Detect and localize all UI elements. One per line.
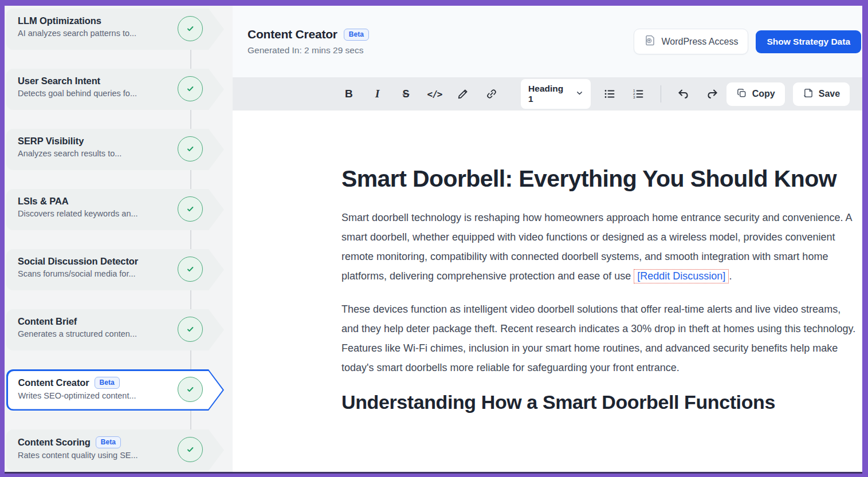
step-title: Content Scoring — [18, 437, 91, 448]
sidebar-item-content-brief[interactable]: Content Brief Generates a structured con… — [6, 309, 224, 350]
save-button[interactable]: Save — [793, 82, 850, 106]
sidebar-item-serp-visibility[interactable]: SERP Visibility Analyzes search results … — [6, 129, 224, 170]
sidebar-item-content-scoring[interactable]: Content Scoring Beta Rates content quali… — [6, 429, 224, 471]
svg-text:3: 3 — [633, 95, 635, 99]
check-icon — [178, 196, 203, 222]
article-title: Smart Doorbell: Everything You Should Kn… — [341, 163, 858, 194]
sidebar-item-content-creator[interactable]: Content Creator Beta Writes SEO-optimize… — [6, 369, 224, 411]
ordered-list-button[interactable]: 123 — [624, 83, 653, 105]
heading-style-value: Heading 1 — [528, 84, 571, 104]
step-title: Social Discussion Detector — [18, 256, 138, 267]
check-icon — [178, 317, 203, 342]
beta-badge: Beta — [96, 436, 121, 448]
link-button[interactable] — [477, 83, 506, 105]
check-icon — [178, 16, 203, 41]
sidebar-item-lsis-paa[interactable]: LSIs & PAA Discovers related keywords an… — [6, 189, 224, 230]
paragraph-text: Smart doorbell technology is reshaping h… — [341, 212, 852, 282]
sidebar-item-llm-optimizations[interactable]: LLM Optimizations AI analyzes search pat… — [6, 9, 224, 50]
wordpress-access-label: WordPress Access — [661, 37, 738, 47]
article-section-heading: Understanding How a Smart Doorbell Funct… — [341, 391, 858, 413]
header-actions: WordPress Access Show Strategy Data — [634, 29, 861, 54]
sidebar-item-social-discussion-detector[interactable]: Social Discussion Detector Scans forums/… — [6, 249, 224, 290]
save-icon — [803, 88, 814, 101]
step-title: Content Brief — [18, 316, 77, 327]
document-header: Content Creator Beta Generated In: 2 min… — [233, 6, 862, 77]
redo-button[interactable] — [698, 83, 726, 105]
app-root: LLM Optimizations AI analyzes search pat… — [5, 6, 862, 474]
copy-button[interactable]: Copy — [726, 82, 785, 106]
editor-toolbar: B I S </> Heading 1 — [233, 77, 862, 111]
chevron-down-icon — [576, 89, 583, 99]
bold-button[interactable]: B — [335, 83, 363, 105]
selected-card-inner: Content Creator Beta Writes SEO-optimize… — [8, 371, 223, 409]
generated-in-label: Generated In: 2 mins 29 secs — [248, 45, 369, 56]
step-title: LSIs & PAA — [18, 196, 69, 207]
check-icon — [178, 136, 203, 161]
header-left: Content Creator Beta Generated In: 2 min… — [248, 27, 369, 56]
article-content: Smart Doorbell: Everything You Should Kn… — [341, 163, 858, 413]
check-icon — [178, 76, 203, 101]
save-label: Save — [819, 89, 840, 99]
bullet-list-button[interactable] — [595, 83, 624, 105]
show-strategy-data-button[interactable]: Show Strategy Data — [756, 30, 861, 53]
article-paragraph-1: Smart doorbell technology is reshaping h… — [341, 208, 858, 286]
page-title: Content Creator — [248, 27, 337, 41]
copy-icon — [736, 88, 747, 101]
main-panel: Content Creator Beta Generated In: 2 min… — [233, 6, 862, 472]
beta-badge: Beta — [344, 29, 369, 41]
rich-text-editor[interactable]: Smart Doorbell: Everything You Should Kn… — [233, 111, 862, 472]
sidebar-item-user-search-intent[interactable]: User Search Intent Detects goal behind q… — [6, 69, 224, 110]
toolbar-divider — [661, 85, 662, 103]
italic-button[interactable]: I — [363, 83, 392, 105]
highlight-pencil-button[interactable] — [449, 83, 477, 105]
check-icon — [178, 437, 203, 462]
wordpress-access-button[interactable]: WordPress Access — [634, 29, 748, 54]
pipeline-sidebar: LLM Optimizations AI analyzes search pat… — [5, 6, 233, 472]
copy-label: Copy — [752, 89, 775, 99]
reddit-discussion-link[interactable]: [Reddit Discussion] — [634, 269, 729, 283]
heading-style-select[interactable]: Heading 1 — [521, 79, 591, 109]
step-title: User Search Intent — [18, 76, 100, 86]
window-frame: LLM Optimizations AI analyzes search pat… — [0, 0, 868, 477]
article-paragraph-2: These devices function as intelligent vi… — [341, 299, 858, 377]
step-title: LLM Optimizations — [18, 15, 101, 26]
check-icon — [178, 377, 203, 402]
step-title: SERP Visibility — [18, 136, 84, 147]
paragraph-text: . — [729, 270, 732, 282]
check-icon — [178, 257, 203, 282]
strikethrough-button[interactable]: S — [392, 83, 421, 105]
wordpress-upload-icon — [644, 34, 656, 49]
beta-badge: Beta — [95, 377, 120, 389]
step-title: Content Creator — [18, 377, 89, 388]
undo-button[interactable] — [669, 83, 698, 105]
code-button[interactable]: </> — [421, 83, 449, 105]
